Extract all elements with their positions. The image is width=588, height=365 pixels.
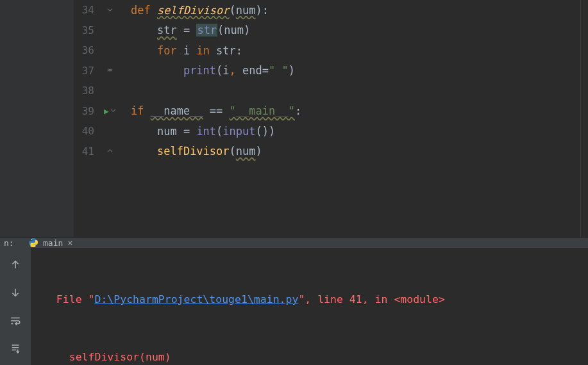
panel-label: n: (4, 238, 14, 248)
arrow-down-icon[interactable] (8, 285, 23, 300)
code-line[interactable]: selfDivisor(num) (131, 142, 580, 162)
close-icon[interactable]: × (67, 238, 72, 248)
scroll-to-end-icon[interactable] (8, 341, 23, 357)
line-number: 40 (74, 125, 98, 137)
code-line[interactable]: if __name__ == "__main__": (131, 101, 580, 122)
code-area[interactable]: def selfDivisor(num): str = str(num) for… (122, 0, 580, 237)
run-tab-main[interactable]: main × (24, 238, 77, 248)
run-panel: n: main × File "D:\PycharmProject\touge1… (0, 237, 588, 365)
svg-point-0 (31, 239, 33, 240)
line-number: 39 (74, 105, 98, 117)
line-number: 36 (74, 44, 98, 56)
code-line[interactable]: str = str(num) (131, 20, 580, 41)
gutter: 34 35 36 37 38 39 ▶ 40 41 (74, 0, 122, 237)
line-number: 38 (74, 85, 98, 97)
soft-wrap-icon[interactable] (8, 313, 23, 328)
code-line[interactable]: for i in str: (131, 40, 580, 61)
code-line[interactable]: def selfDivisor(num): (131, 0, 580, 20)
editor-scrollbar[interactable] (580, 0, 588, 237)
fold-open-icon[interactable] (107, 6, 113, 14)
code-line[interactable]: print(i, end=" ") (131, 61, 580, 81)
line-number: 35 (74, 24, 98, 36)
code-line[interactable]: num = int(input()) (131, 121, 580, 142)
file-link[interactable]: D:\PycharmProject\touge1\main.py (94, 293, 298, 305)
console-toolbar (0, 248, 31, 365)
line-number: 37 (74, 65, 98, 77)
code-editor[interactable]: 34 35 36 37 38 39 ▶ 40 41 def selfDiviso… (0, 0, 588, 237)
run-gutter-icon[interactable]: ▶ (104, 106, 109, 116)
line-number: 34 (74, 4, 98, 16)
fold-mid-icon[interactable] (107, 67, 113, 74)
run-tab-bar: n: main × (0, 238, 588, 248)
tab-label: main (43, 238, 63, 248)
code-line[interactable] (131, 81, 580, 101)
svg-point-1 (35, 245, 36, 247)
line-number: 41 (74, 145, 98, 158)
console-output[interactable]: File "D:\PycharmProject\touge1\main.py",… (31, 248, 588, 365)
arrow-up-icon[interactable] (8, 257, 23, 272)
python-icon (28, 238, 38, 248)
editor-left-margin (0, 0, 74, 237)
fold-open-icon[interactable] (110, 107, 116, 115)
fold-close-icon[interactable] (107, 147, 113, 155)
